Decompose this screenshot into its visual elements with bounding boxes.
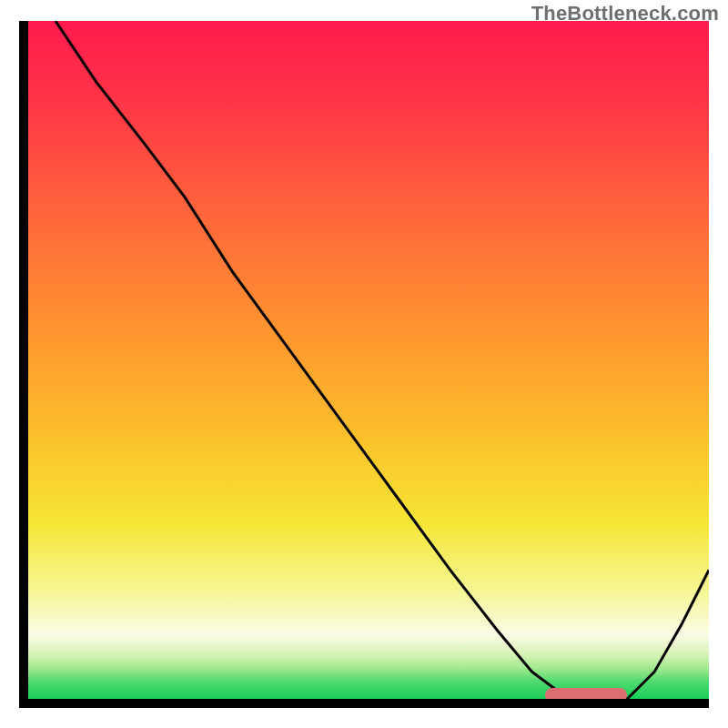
heat-gradient (28, 21, 709, 699)
optimal-range-marker (545, 688, 627, 699)
gradient-and-curve (28, 21, 709, 699)
plot-area (28, 21, 709, 699)
chart-container: TheBottleneck.com (0, 0, 728, 728)
